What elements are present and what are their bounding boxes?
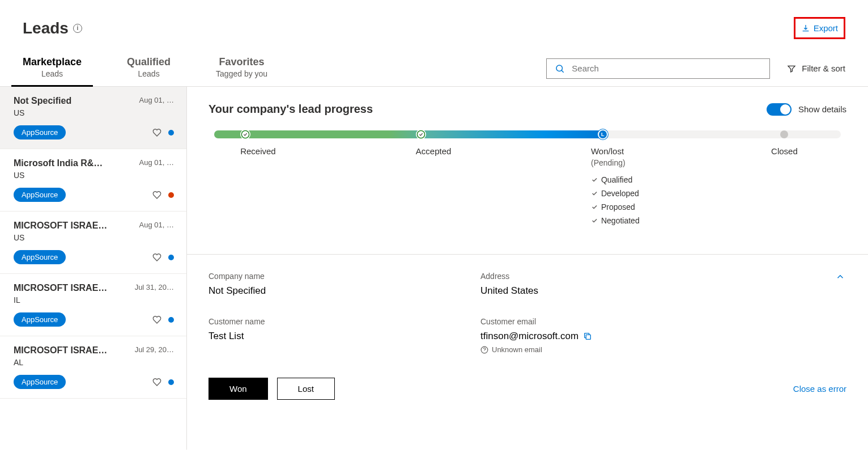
address-label: Address bbox=[480, 272, 718, 281]
stage-checklist-item: Negotiated bbox=[591, 216, 640, 225]
collapse-chevron-icon[interactable] bbox=[835, 272, 845, 282]
show-details-toggle[interactable] bbox=[767, 103, 792, 116]
status-dot bbox=[168, 317, 174, 323]
progress-title: Your company's lead progress bbox=[209, 103, 373, 116]
tabs: Marketplace Leads Qualified Leads Favori… bbox=[23, 50, 267, 86]
check-icon bbox=[591, 176, 598, 183]
lead-date: Jul 31, 20… bbox=[135, 283, 174, 291]
lead-location: AL bbox=[14, 358, 174, 367]
lead-item[interactable]: Microsoft India R&… Aug 01, … US AppSour… bbox=[0, 149, 186, 212]
lead-title: Not Specified bbox=[14, 96, 71, 106]
heart-icon[interactable] bbox=[152, 253, 161, 262]
lead-source-pill: AppSource bbox=[14, 188, 66, 202]
customer-email-value: tfinson@microsoft.com bbox=[480, 331, 578, 342]
svg-point-0 bbox=[556, 65, 563, 71]
lead-source-pill: AppSource bbox=[14, 375, 66, 389]
lead-detail: Your company's lead progress Show detail… bbox=[187, 87, 868, 450]
company-name-label: Company name bbox=[209, 272, 446, 281]
export-label: Export bbox=[814, 23, 838, 33]
lead-item[interactable]: MICROSOFT ISRAE… Aug 01, … US AppSource bbox=[0, 212, 186, 274]
stage-checklist-item: Proposed bbox=[591, 202, 640, 212]
stage-node-wonlost: L bbox=[598, 129, 608, 140]
stage-node-accepted bbox=[416, 129, 426, 140]
lead-date: Aug 01, … bbox=[139, 96, 174, 104]
heart-icon[interactable] bbox=[152, 378, 161, 387]
lead-item[interactable]: Not Specified Aug 01, … US AppSource bbox=[0, 87, 186, 149]
status-dot bbox=[168, 379, 174, 385]
help-icon bbox=[480, 346, 488, 354]
lead-source-pill: AppSource bbox=[14, 125, 66, 140]
won-button[interactable]: Won bbox=[209, 378, 268, 400]
tab-favorites[interactable]: Favorites Tagged by you bbox=[216, 50, 267, 86]
tab-qualified[interactable]: Qualified Leads bbox=[127, 50, 171, 86]
lost-button[interactable]: Lost bbox=[277, 378, 335, 400]
lead-location: US bbox=[14, 108, 174, 117]
stage-label-wonlost: Won/lost bbox=[591, 146, 640, 156]
search-box[interactable] bbox=[546, 58, 770, 79]
heart-icon[interactable] bbox=[152, 191, 161, 200]
status-dot bbox=[168, 192, 174, 198]
lead-title: MICROSOFT ISRAE… bbox=[14, 345, 107, 356]
svg-rect-3 bbox=[586, 335, 590, 339]
lead-date: Jul 29, 20… bbox=[135, 345, 174, 354]
filter-sort-button[interactable]: Filter & sort bbox=[787, 64, 845, 73]
close-as-error-link[interactable]: Close as error bbox=[793, 384, 846, 394]
stage-label-closed: Closed bbox=[771, 146, 798, 156]
progress-bar: L bbox=[214, 130, 841, 138]
lead-location: IL bbox=[14, 295, 174, 305]
lead-item[interactable]: MICROSOFT ISRAE… Jul 29, 20… AL AppSourc… bbox=[0, 336, 186, 399]
company-name-value: Not Specified bbox=[209, 285, 446, 297]
lead-title: MICROSOFT ISRAE… bbox=[14, 283, 107, 293]
copy-icon[interactable] bbox=[583, 332, 592, 341]
customer-name-value: Test List bbox=[209, 331, 446, 342]
lead-location: US bbox=[14, 171, 174, 180]
filter-icon bbox=[787, 64, 796, 73]
check-icon bbox=[591, 217, 598, 224]
heart-icon[interactable] bbox=[152, 315, 161, 324]
stage-checklist-item: Qualified bbox=[591, 175, 640, 184]
stage-label-wonlost-sub: (Pending) bbox=[591, 158, 640, 167]
info-icon[interactable]: i bbox=[73, 24, 82, 33]
stage-label-received: Received bbox=[240, 146, 276, 156]
tab-marketplace[interactable]: Marketplace Leads bbox=[23, 50, 82, 86]
search-input[interactable] bbox=[572, 64, 761, 73]
customer-email-label: Customer email bbox=[480, 317, 718, 326]
lead-title: MICROSOFT ISRAE… bbox=[14, 221, 107, 231]
heart-icon[interactable] bbox=[152, 128, 161, 137]
stage-node-received bbox=[240, 129, 250, 140]
lead-date: Aug 01, … bbox=[139, 158, 174, 167]
status-dot bbox=[168, 255, 174, 260]
page-title: Leads i bbox=[23, 19, 82, 37]
status-dot bbox=[168, 130, 174, 136]
check-icon bbox=[591, 204, 598, 210]
check-icon bbox=[591, 190, 598, 197]
email-note: Unknown email bbox=[480, 345, 718, 354]
lead-title: Microsoft India R&… bbox=[14, 158, 103, 168]
export-button[interactable]: Export bbox=[794, 17, 845, 39]
stage-node-closed bbox=[780, 130, 788, 138]
search-icon bbox=[555, 64, 565, 74]
stage-label-accepted: Accepted bbox=[416, 146, 452, 156]
lead-item[interactable]: MICROSOFT ISRAE… Jul 31, 20… IL AppSourc… bbox=[0, 274, 186, 336]
lead-date: Aug 01, … bbox=[139, 221, 174, 229]
stage-checklist-item: Developed bbox=[591, 189, 640, 198]
address-value: United States bbox=[480, 285, 718, 297]
lead-source-pill: AppSource bbox=[14, 250, 66, 264]
lead-source-pill: AppSource bbox=[14, 312, 66, 327]
lead-location: US bbox=[14, 233, 174, 242]
lead-list[interactable]: Not Specified Aug 01, … US AppSource Mic… bbox=[0, 87, 187, 450]
download-icon bbox=[801, 24, 810, 33]
customer-name-label: Customer name bbox=[209, 317, 446, 326]
toggle-label: Show details bbox=[798, 104, 846, 114]
